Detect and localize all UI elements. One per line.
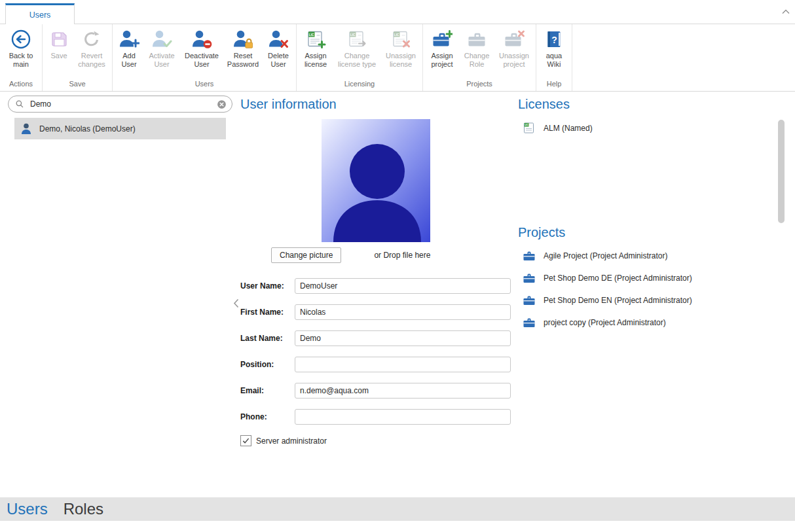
unassign-project-label: Unassign project [495, 52, 533, 68]
ribbon-group-licensing: LIC Assign license LIC Change license ty… [297, 24, 423, 91]
unassign-license-button: LIC Unassign license [381, 27, 420, 70]
activate-user-icon [151, 29, 172, 50]
assign-license-button[interactable]: LIC Assign license [299, 27, 333, 70]
ribbon-group-actions: Back to main Actions [0, 24, 43, 91]
wiki-book-icon: ? [544, 29, 564, 50]
ribbon-group-label-users: Users [113, 79, 296, 91]
svg-text:LIC: LIC [394, 33, 399, 37]
deactivate-user-label: Deactivate User [181, 52, 223, 68]
project-item-label: project copy (Project Administrator) [544, 318, 666, 327]
project-icon [523, 272, 536, 285]
footer-tab-roles[interactable]: Roles [64, 500, 103, 518]
ribbon-group-label-licensing: Licensing [297, 79, 422, 91]
scrollbar-track[interactable] [778, 98, 785, 495]
unassign-license-label: Unassign license [382, 52, 420, 68]
project-item[interactable]: project copy (Project Administrator) [518, 311, 780, 334]
email-input[interactable] [295, 383, 511, 399]
server-admin-row: Server administrator [240, 435, 511, 446]
server-administrator-checkbox[interactable] [240, 435, 251, 446]
unassign-license-icon: LIC [390, 29, 411, 50]
revert-changes-button: Revert changes [73, 27, 110, 70]
change-license-type-button: LIC Change license type [333, 27, 381, 70]
ribbon-group-help: ? aqua Wiki Help [536, 24, 572, 91]
last-name-input[interactable] [295, 330, 511, 346]
project-icon [523, 316, 536, 329]
ribbon-group-projects: Assign project Change Role Unassign proj… [423, 24, 536, 91]
add-user-label: Add User [115, 52, 143, 68]
licenses-projects-panel: Licenses LIC ALM (Named) Projects Agile … [518, 96, 780, 334]
phone-label: Phone: [240, 412, 295, 421]
search-input[interactable] [29, 99, 217, 109]
user-list: Demo, Nicolas (DemoUser) [14, 118, 226, 139]
ribbon-group-label-projects: Projects [423, 79, 536, 91]
position-input[interactable] [295, 357, 511, 372]
project-item[interactable]: Pet Shop Demo EN (Project Administrator) [518, 289, 780, 311]
project-icon [523, 294, 536, 307]
panel-collapse-handle[interactable] [233, 298, 239, 308]
email-label: Email: [240, 386, 295, 395]
reset-password-button[interactable]: Reset Password [223, 27, 263, 70]
avatar[interactable] [322, 119, 430, 242]
project-item-label: Agile Project (Project Administrator) [544, 251, 667, 260]
drop-file-hint: or Drop file here [374, 251, 430, 260]
footer-tab-users[interactable]: Users [7, 500, 48, 518]
svg-text:?: ? [551, 35, 557, 45]
revert-icon [81, 29, 102, 50]
aqua-wiki-button[interactable]: ? aqua Wiki [538, 27, 570, 70]
reset-password-label: Reset Password [224, 52, 262, 68]
form-row: User Name: [240, 278, 511, 294]
back-to-main-label: Back to main [3, 52, 39, 68]
user-list-item[interactable]: Demo, Nicolas (DemoUser) [14, 118, 226, 139]
form-row: Position: [240, 357, 511, 372]
activate-user-label: Activate User [144, 52, 179, 68]
activate-user-button: Activate User [143, 27, 180, 70]
unassign-project-button: Unassign project [494, 27, 534, 70]
clear-search-icon[interactable] [217, 99, 227, 109]
save-icon [48, 29, 69, 50]
form-row: Last Name: [240, 330, 511, 346]
scrollbar-thumb[interactable] [778, 120, 785, 223]
change-license-type-icon: LIC [346, 29, 367, 50]
project-item[interactable]: Agile Project (Project Administrator) [518, 245, 780, 267]
phone-input[interactable] [295, 409, 511, 425]
ribbon-group-label-save: Save [43, 79, 112, 91]
ribbon: Back to main Actions Save Revert changes… [0, 24, 795, 92]
assign-project-icon [432, 29, 453, 50]
assign-project-button[interactable]: Assign project [425, 27, 459, 70]
change-picture-button[interactable]: Change picture [271, 247, 341, 263]
project-icon [523, 249, 536, 262]
bottom-tab-bar: Users Roles [0, 497, 795, 521]
ribbon-group-label-help: Help [536, 79, 572, 91]
user-name-label: User Name: [240, 281, 295, 291]
check-icon [242, 438, 250, 444]
project-item-label: Pet Shop Demo DE (Project Administrator) [544, 274, 692, 283]
delete-user-button[interactable]: Delete User [263, 27, 294, 70]
reset-password-icon [232, 29, 253, 50]
assign-license-icon: LIC [305, 29, 326, 50]
revert-changes-label: Revert changes [74, 52, 109, 68]
user-list-item-label: Demo, Nicolas (DemoUser) [39, 124, 136, 133]
user-info-panel: User information Change picture or Drop … [240, 96, 511, 446]
licenses-title: Licenses [518, 96, 780, 113]
license-item[interactable]: LIC ALM (Named) [518, 120, 780, 136]
deactivate-user-button[interactable]: Deactivate User [180, 27, 223, 70]
back-to-main-button[interactable]: Back to main [2, 27, 40, 70]
last-name-label: Last Name: [240, 334, 295, 343]
first-name-input[interactable] [295, 304, 511, 320]
tab-users-label: Users [29, 10, 51, 20]
search-icon [15, 99, 24, 109]
project-item[interactable]: Pet Shop Demo DE (Project Administrator) [518, 267, 780, 289]
aqua-wiki-label: aqua Wiki [539, 52, 569, 68]
server-administrator-label: Server administrator [256, 436, 327, 446]
add-user-button[interactable]: Add User [115, 27, 143, 70]
save-button: Save [45, 27, 73, 62]
svg-text:LIC: LIC [309, 33, 314, 37]
licenses-section: Licenses LIC ALM (Named) [518, 96, 780, 224]
tab-users[interactable]: Users [5, 3, 75, 24]
change-license-type-label: Change license type [333, 52, 380, 68]
chevron-up-icon [781, 6, 790, 17]
ribbon-tab-bar: Users [0, 0, 795, 24]
collapse-ribbon-button[interactable] [781, 6, 790, 12]
user-name-input[interactable] [295, 278, 511, 294]
ribbon-group-label-actions: Actions [0, 79, 42, 91]
